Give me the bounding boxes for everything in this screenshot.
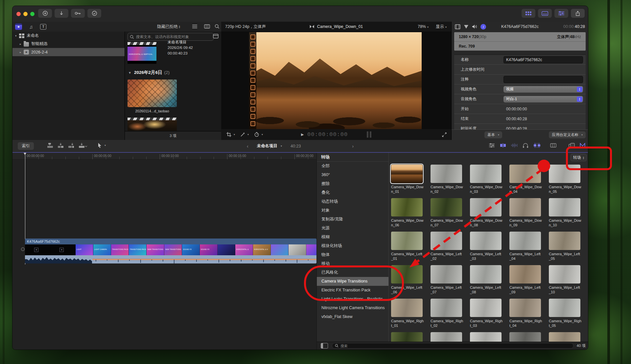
- crop-tool-dropdown[interactable]: ▾: [226, 132, 235, 137]
- disclosure-icon[interactable]: ▸: [20, 42, 24, 46]
- project-name-dropdown[interactable]: 未命名项目▾: [257, 143, 282, 149]
- transition-item[interactable]: Camera_Wipe_Left_10: [549, 265, 585, 294]
- filmstrip-view-icon[interactable]: [204, 24, 210, 29]
- transition-thumbnail[interactable]: [549, 332, 580, 342]
- connect-edit-icon[interactable]: [47, 143, 53, 148]
- timeline-clip[interactable]: K476Aa6F75d7662c ✕✕LIGHTLIGHT CAMERATRAN…: [25, 239, 316, 263]
- share-button[interactable]: [571, 9, 585, 18]
- inspector-text-field[interactable]: K476Aa6F75d7662c: [503, 56, 583, 63]
- next-project-button[interactable]: ›: [352, 144, 354, 149]
- sidebar-item[interactable]: ▸2026-2-4: [12, 48, 125, 56]
- transition-thumbnail[interactable]: [470, 299, 502, 317]
- transition-thumbnail[interactable]: [431, 332, 462, 342]
- trim-tool-icon[interactable]: [500, 143, 506, 148]
- transition-item[interactable]: Camera_Wipe_Left_01: [391, 232, 427, 261]
- retime-dropdown[interactable]: ▾: [254, 132, 263, 137]
- tools-settings-icon[interactable]: [489, 143, 495, 148]
- transition-item[interactable]: Camera_Wipe_Down_05: [549, 165, 585, 194]
- transition-item[interactable]: Camera_Wipe_Left_02: [431, 232, 467, 261]
- media-search-input[interactable]: [135, 34, 211, 39]
- viewer-zoom-dropdown[interactable]: 78%▾: [418, 24, 429, 29]
- enhance-dropdown[interactable]: ▾: [240, 132, 249, 137]
- transition-thumbnail[interactable]: [431, 299, 462, 317]
- close-window-button[interactable]: [16, 12, 21, 16]
- transition-item[interactable]: Camera_Wipe_Left_08: [470, 265, 506, 294]
- disclosure-icon[interactable]: ▼: [128, 71, 131, 75]
- media-group-header[interactable]: ▼2026年2月6日(2): [128, 70, 170, 76]
- video-inspector-icon[interactable]: [455, 24, 460, 29]
- prev-project-button[interactable]: ‹: [247, 144, 248, 149]
- transition-thumbnail[interactable]: [391, 265, 423, 284]
- transition-thumbnail[interactable]: [509, 265, 541, 284]
- transition-item[interactable]: Camera_Wipe_Left_06: [391, 265, 427, 294]
- inspector-role-select[interactable]: 视频▴▾: [503, 86, 583, 93]
- media-browser-icon[interactable]: ★: [15, 23, 22, 30]
- media-browser-select[interactable]: 转场 ▴▾: [571, 154, 587, 161]
- filter-window-icon[interactable]: [213, 34, 219, 38]
- fullscreen-icon[interactable]: [442, 132, 447, 137]
- insert-edit-icon[interactable]: [58, 143, 64, 148]
- transition-thumbnail[interactable]: [431, 165, 462, 183]
- inspector-text-field[interactable]: [503, 76, 583, 83]
- transition-thumbnail[interactable]: [509, 165, 541, 183]
- timeline-ruler[interactable]: 00:00:00:0000:00:05:0000:00:10:0000:00:1…: [12, 153, 316, 160]
- transition-category[interactable]: 光源: [317, 224, 388, 233]
- transition-thumbnail[interactable]: [391, 198, 423, 216]
- transition-item[interactable]: Camera_Wipe_Right_03: [470, 299, 506, 328]
- transition-item[interactable]: [431, 332, 467, 342]
- transition-thumbnail[interactable]: [470, 232, 502, 250]
- transitions-search-field[interactable]: [332, 343, 573, 349]
- list-view-icon[interactable]: [192, 24, 198, 29]
- transition-category[interactable]: 移动: [317, 259, 388, 268]
- filmstrip-icon[interactable]: [550, 143, 556, 148]
- transition-thumbnail[interactable]: [509, 198, 541, 216]
- transitions-browser-icon[interactable]: [580, 143, 585, 148]
- apply-custom-name-button[interactable]: 应用自定义名称▾: [549, 131, 586, 138]
- transition-category[interactable]: Electric FX Transition Pack: [317, 286, 388, 295]
- transition-category[interactable]: Nitrozme Light Camera Transitions: [317, 304, 388, 312]
- transition-item[interactable]: Camera_Wipe_Right_05: [549, 299, 585, 328]
- transition-category[interactable]: 模块化转场: [317, 241, 388, 250]
- download-button[interactable]: [55, 9, 68, 18]
- play-button[interactable]: ▶: [301, 132, 304, 137]
- transition-thumbnail[interactable]: [470, 165, 502, 183]
- transition-thumbnail[interactable]: [391, 232, 423, 250]
- tool-dropdown[interactable]: ▾: [97, 143, 106, 148]
- transition-item[interactable]: Camera_Wipe_Left_09: [509, 265, 546, 294]
- transition-item[interactable]: Camera_Wipe_Right_01: [391, 299, 427, 328]
- sidebar-item[interactable]: ▾未命名: [12, 32, 125, 40]
- transition-thumbnail[interactable]: [549, 232, 580, 250]
- transition-item[interactable]: Camera_Wipe_Down_09: [509, 198, 546, 227]
- audio-meter[interactable]: [370, 131, 371, 138]
- minimize-window-button[interactable]: [23, 12, 28, 16]
- transition-item[interactable]: [470, 332, 506, 342]
- show-inspector-button[interactable]: [554, 9, 568, 18]
- transition-thumbnail[interactable]: [391, 165, 423, 183]
- transition-category[interactable]: Light Leaks Transitions - Realistic: [317, 295, 388, 304]
- transition-thumbnail[interactable]: [549, 165, 580, 183]
- append-edit-icon[interactable]: [68, 143, 74, 148]
- transition-item[interactable]: Camera_Wipe_Right_04: [509, 299, 546, 328]
- sidebar-toggle-icon[interactable]: [321, 343, 328, 349]
- titles-generators-icon[interactable]: T: [40, 24, 46, 30]
- transition-thumbnail[interactable]: [509, 299, 541, 317]
- transition-item[interactable]: Camera_Wipe_Down_07: [431, 198, 467, 227]
- show-browser-button[interactable]: [522, 9, 535, 18]
- media-clip-thumbnail[interactable]: [128, 118, 177, 131]
- transition-item[interactable]: [509, 332, 546, 342]
- transition-category[interactable]: 动态转场: [317, 197, 388, 206]
- info-inspector-icon[interactable]: i: [480, 24, 486, 30]
- transitions-search-input[interactable]: [340, 344, 571, 348]
- audio-inspector-icon[interactable]: [472, 24, 477, 29]
- skimming-headphones-icon[interactable]: [523, 143, 528, 148]
- index-button[interactable]: 索引: [18, 142, 34, 150]
- filter-dropdown[interactable]: 隐藏已拒绝 ▴▾: [157, 24, 180, 30]
- transition-thumbnail[interactable]: [391, 299, 423, 317]
- overwrite-edit-icon[interactable]: [79, 143, 88, 148]
- audio-waveform-icon[interactable]: [511, 143, 518, 148]
- transition-category[interactable]: vfxlab_Flat Skew: [317, 312, 388, 321]
- transition-item[interactable]: Camera_Wipe_Right_02: [431, 299, 467, 328]
- inspector-role-select[interactable]: 对白-1▴▾: [503, 96, 583, 102]
- keywords-button[interactable]: [71, 9, 85, 18]
- transition-item[interactable]: [391, 332, 427, 342]
